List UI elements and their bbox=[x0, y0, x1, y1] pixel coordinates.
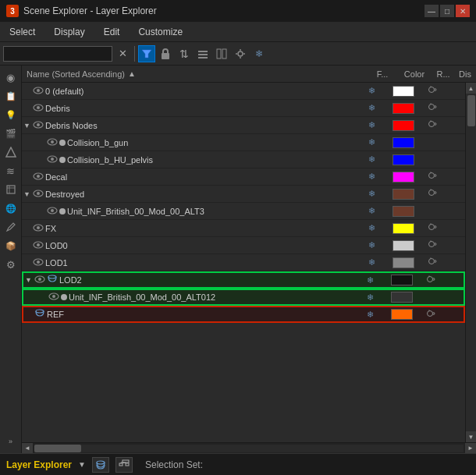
eye-icon[interactable] bbox=[33, 172, 44, 182]
freeze-cell[interactable]: ❄ bbox=[357, 172, 385, 182]
filter-button[interactable] bbox=[138, 45, 155, 62]
eye-icon[interactable] bbox=[33, 121, 44, 130]
color-cell[interactable] bbox=[385, 137, 421, 148]
color-cell[interactable] bbox=[385, 120, 421, 131]
color-cell[interactable] bbox=[385, 154, 421, 165]
eye-icon[interactable] bbox=[33, 104, 44, 113]
table-row[interactable]: Collision_b_gun❄ bbox=[22, 134, 465, 151]
sidebar-icon-clipboard[interactable]: 📋 bbox=[2, 87, 20, 105]
freeze-cell[interactable]: ❄ bbox=[357, 257, 385, 268]
sidebar-icon-shape[interactable] bbox=[2, 144, 20, 161]
sidebar-icon-camera[interactable]: 🎬 bbox=[2, 125, 20, 142]
h-scroll-right-button[interactable]: ► bbox=[465, 443, 476, 454]
color-cell[interactable] bbox=[385, 257, 421, 268]
eye-icon[interactable] bbox=[47, 207, 58, 216]
col-f-header[interactable]: F... bbox=[368, 69, 396, 79]
render-cell[interactable] bbox=[421, 222, 443, 234]
color-cell[interactable] bbox=[384, 275, 420, 285]
expand-arrow-icon[interactable]: ▼ bbox=[23, 122, 31, 129]
color-cell[interactable] bbox=[385, 240, 421, 251]
layer-button[interactable] bbox=[194, 45, 211, 62]
scroll-up-button[interactable]: ▲ bbox=[466, 83, 477, 94]
table-row[interactable]: LOD0❄ bbox=[22, 237, 465, 254]
settings1-button[interactable] bbox=[232, 45, 249, 62]
freeze-cell[interactable]: ❄ bbox=[357, 103, 385, 113]
freeze-cell[interactable]: ❄ bbox=[357, 206, 385, 216]
table-row[interactable]: ▼Destroyed❄ bbox=[22, 186, 465, 203]
freeze-cell[interactable]: ❄ bbox=[357, 86, 385, 96]
freeze-cell[interactable]: ❄ bbox=[357, 223, 385, 233]
render-cell[interactable] bbox=[421, 171, 443, 183]
sidebar-icon-globe[interactable]: 🌐 bbox=[2, 200, 20, 217]
table-row[interactable]: Decal❄ bbox=[22, 168, 465, 186]
eye-icon[interactable] bbox=[33, 258, 44, 268]
color-cell[interactable] bbox=[385, 223, 421, 234]
render-cell[interactable] bbox=[421, 102, 443, 114]
expand-arrow-icon[interactable]: ▼ bbox=[25, 276, 33, 284]
lock-button[interactable] bbox=[157, 45, 174, 62]
eye-icon[interactable] bbox=[33, 241, 44, 250]
vertical-scrollbar[interactable]: ▲ ▼ bbox=[465, 83, 476, 442]
table-row[interactable]: Debris❄ bbox=[22, 100, 465, 117]
table-row[interactable]: LOD1❄ bbox=[22, 254, 465, 271]
sidebar-icon-package[interactable]: 📦 bbox=[2, 237, 20, 254]
table-row[interactable]: ▼LOD2❄ bbox=[22, 271, 465, 289]
eye-icon[interactable] bbox=[34, 275, 45, 285]
sort-button[interactable]: ⇅ bbox=[176, 45, 193, 62]
columns-button[interactable] bbox=[213, 45, 230, 62]
horizontal-scrollbar[interactable]: ◄ ► bbox=[22, 442, 476, 453]
search-input[interactable] bbox=[3, 46, 112, 62]
render-cell[interactable] bbox=[421, 239, 443, 251]
color-cell[interactable] bbox=[385, 172, 421, 183]
color-cell[interactable] bbox=[385, 206, 421, 217]
table-row[interactable]: FX❄ bbox=[22, 220, 465, 237]
render-cell[interactable] bbox=[420, 275, 442, 286]
freeze-cell[interactable]: ❄ bbox=[357, 240, 385, 250]
h-scroll-left-button[interactable]: ◄ bbox=[22, 443, 33, 454]
render-cell[interactable] bbox=[421, 85, 443, 97]
scroll-thumb[interactable] bbox=[467, 95, 475, 126]
freeze-cell[interactable]: ❄ bbox=[357, 120, 385, 130]
color-cell[interactable] bbox=[385, 86, 421, 97]
freeze-cell[interactable]: ❄ bbox=[356, 292, 384, 303]
col-dis-header[interactable]: Dis bbox=[454, 69, 476, 79]
menu-select[interactable]: Select bbox=[6, 25, 38, 39]
table-row[interactable]: 0 (default)❄ bbox=[22, 83, 465, 100]
render-cell[interactable] bbox=[421, 257, 443, 268]
freeze-cell[interactable]: ❄ bbox=[357, 189, 385, 199]
render-cell[interactable] bbox=[421, 119, 443, 131]
close-button[interactable]: ✕ bbox=[456, 5, 470, 17]
eye-icon[interactable] bbox=[47, 155, 58, 165]
minimize-button[interactable]: — bbox=[424, 5, 439, 17]
freeze-cell[interactable]: ❄ bbox=[357, 137, 385, 147]
settings2-button[interactable]: ❄ bbox=[250, 45, 268, 62]
col-r-header[interactable]: R... bbox=[432, 69, 454, 79]
render-cell[interactable] bbox=[421, 188, 443, 200]
color-cell[interactable] bbox=[384, 309, 420, 320]
eye-icon[interactable] bbox=[33, 87, 44, 96]
menu-edit[interactable]: Edit bbox=[101, 25, 123, 39]
col-name-header[interactable]: Name (Sorted Ascending) ▲ bbox=[22, 69, 368, 79]
freeze-cell[interactable]: ❄ bbox=[356, 310, 384, 320]
freeze-cell[interactable]: ❄ bbox=[356, 275, 384, 285]
sidebar-icon-select[interactable]: ◉ bbox=[2, 69, 20, 86]
bottom-stack-button[interactable] bbox=[92, 457, 109, 473]
bottom-tree-button[interactable] bbox=[115, 457, 133, 473]
color-cell[interactable] bbox=[384, 292, 420, 303]
table-row[interactable]: ▼Debris Nodes❄ bbox=[22, 117, 465, 134]
expand-arrow-icon[interactable]: ▼ bbox=[23, 190, 31, 198]
menu-display[interactable]: Display bbox=[51, 25, 87, 39]
table-row[interactable]: REF❄ bbox=[22, 306, 465, 323]
h-scroll-thumb[interactable] bbox=[34, 445, 81, 452]
clear-button[interactable]: ✕ bbox=[114, 45, 131, 62]
bottom-dropdown[interactable]: ▼ bbox=[78, 460, 86, 469]
color-cell[interactable] bbox=[385, 189, 421, 200]
table-row[interactable]: Collision_b_HU_pelvis❄ bbox=[22, 151, 465, 168]
freeze-cell[interactable]: ❄ bbox=[357, 154, 385, 165]
sidebar-icon-pen[interactable] bbox=[2, 218, 20, 236]
scroll-down-button[interactable]: ▼ bbox=[466, 431, 477, 442]
sidebar-icon-box[interactable] bbox=[2, 181, 20, 198]
eye-icon[interactable] bbox=[33, 224, 44, 233]
sidebar-double-arrow[interactable]: » bbox=[2, 433, 20, 450]
eye-icon[interactable] bbox=[47, 138, 58, 147]
